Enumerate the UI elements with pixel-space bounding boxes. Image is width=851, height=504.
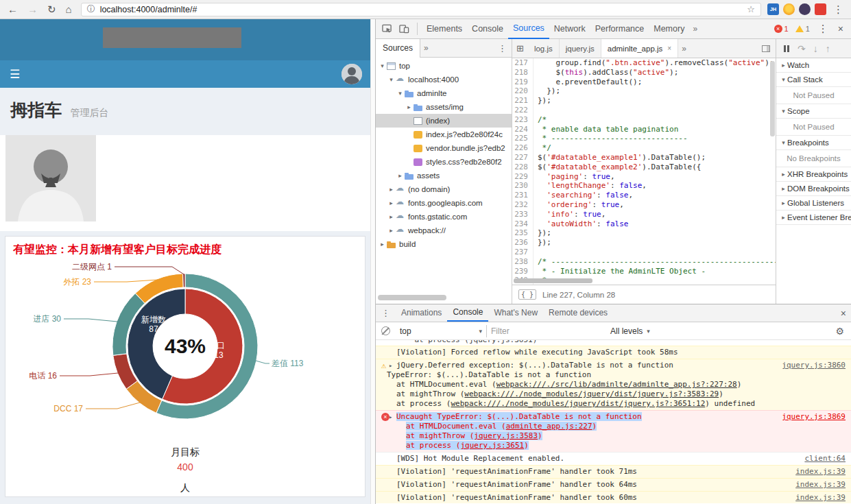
pretty-print-icon[interactable]: { } — [518, 289, 536, 300]
line-number[interactable]: 230 — [512, 181, 534, 191]
file-tab-adminlte-app-js[interactable]: adminlte_app.js× — [601, 39, 678, 58]
line-content[interactable]: * enable data table pagination — [538, 125, 776, 134]
tree-item-webpack[interactable]: ▸webpack:// — [376, 224, 512, 237]
tree-item-fonts-googleapis-com[interactable]: ▸fonts.googleapis.com — [376, 196, 512, 210]
line-content[interactable] — [538, 248, 776, 257]
console-close-icon[interactable]: × — [836, 308, 851, 319]
sidebar-section-xhr-breakpoints[interactable]: ▸XHR Breakpoints — [776, 167, 851, 182]
tab-memory[interactable]: Memory — [649, 19, 689, 39]
tree-item-index[interactable]: (index) — [376, 114, 512, 128]
line-content[interactable]: }); — [538, 228, 776, 238]
extension-orange-icon[interactable] — [783, 3, 795, 15]
tree-hscrollbar[interactable] — [378, 295, 446, 300]
bookmark-star-icon[interactable] — [747, 4, 755, 14]
expander-icon[interactable]: ▾ — [396, 90, 404, 97]
error-count-badge[interactable]: ×1 — [774, 25, 789, 33]
tree-item-no-domain[interactable]: ▸(no domain) — [376, 182, 512, 196]
line-number[interactable]: 221 — [512, 96, 534, 106]
line-content[interactable]: $('#datatable_example1').DataTable(); — [538, 153, 776, 163]
console-tab-animations[interactable]: Animations — [396, 304, 447, 322]
tab-sources-navigator[interactable]: Sources — [376, 39, 420, 58]
address-bar[interactable]: localhost:4000/adminlte/# — [81, 3, 761, 16]
tree-item-assets-img[interactable]: ▸assets/img — [376, 100, 512, 114]
source-location-link[interactable]: client:64 — [804, 454, 846, 464]
line-content[interactable]: 'info': true, — [538, 210, 776, 219]
tree-item-localhost-4000[interactable]: ▾localhost:4000 — [376, 73, 512, 86]
tree-item-fonts-gstatic-com[interactable]: ▸fonts.gstatic.com — [376, 210, 512, 224]
editor-vscrollbar[interactable] — [770, 61, 775, 136]
sidebar-section-event-listener-breakpoints[interactable]: ▸Event Listener Breakpoints — [776, 211, 851, 225]
line-content[interactable]: * ------------------------------ — [538, 134, 776, 143]
sidebar-section-dom-breakpoints[interactable]: ▸DOM Breakpoints — [776, 182, 851, 196]
expander-icon[interactable]: ▸ — [387, 200, 395, 206]
console-tab-console[interactable]: Console — [447, 304, 488, 322]
device-toolbar-icon[interactable] — [396, 24, 413, 34]
expander-icon[interactable]: ▸ — [379, 241, 386, 248]
pause-resume-icon[interactable] — [783, 43, 790, 55]
line-number[interactable]: 224 — [512, 125, 534, 134]
line-content[interactable]: 'autoWidth': false — [538, 219, 776, 229]
stack-link[interactable]: webpack:///./src/lib/adminlte/adminlte_a… — [496, 380, 737, 389]
step-over-icon[interactable] — [798, 43, 806, 54]
extension-jh-icon[interactable]: JH — [767, 3, 779, 15]
context-selector[interactable]: top — [400, 326, 482, 336]
line-number[interactable]: 225 — [512, 134, 534, 143]
line-number[interactable]: 228 — [512, 163, 534, 172]
line-content[interactable]: group.find(".btn.active").removeClass("a… — [538, 58, 776, 68]
step-out-icon[interactable] — [826, 43, 830, 54]
line-content[interactable]: e.preventDefault(); — [538, 77, 776, 87]
show-navigator-icon[interactable] — [512, 43, 528, 53]
close-tab-icon[interactable]: × — [667, 45, 671, 52]
line-number[interactable]: 238 — [512, 257, 534, 267]
sidebar-section-breakpoints[interactable]: ▾Breakpoints — [776, 136, 851, 150]
clear-console-icon[interactable] — [381, 326, 390, 335]
expander-icon[interactable]: ▸ — [387, 186, 395, 193]
line-number[interactable]: 233 — [512, 210, 534, 219]
line-number[interactable]: 219 — [512, 77, 534, 87]
line-number[interactable]: 223 — [512, 115, 534, 125]
more-file-tabs-icon[interactable] — [678, 44, 690, 53]
devtools-close-icon[interactable]: × — [833, 23, 848, 34]
source-location-link[interactable]: jquery.js:3869 — [782, 412, 846, 422]
expand-arrow-icon[interactable]: ▸ — [389, 361, 392, 370]
stack-link[interactable]: adminlte_app.js:227 — [506, 422, 592, 431]
expander-icon[interactable]: ▸ — [387, 213, 395, 220]
expander-icon[interactable]: ▸ — [396, 172, 404, 179]
tree-item-assets[interactable]: ▸assets — [376, 169, 512, 182]
sidebar-section-global-listeners[interactable]: ▸Global Listeners — [776, 196, 851, 211]
line-number[interactable]: 234 — [512, 219, 534, 229]
line-number[interactable]: 235 — [512, 228, 534, 238]
editor-hscrollbar[interactable] — [514, 278, 592, 283]
tree-item-build[interactable]: ▸build — [376, 237, 512, 251]
expander-icon[interactable]: ▾ — [379, 62, 386, 69]
sidebar-toggle-icon[interactable] — [0, 67, 20, 82]
source-location-link[interactable]: jquery.js:3860 — [782, 361, 846, 370]
stack-link[interactable]: jquery.js:3583 — [474, 431, 538, 440]
tree-item-styles-css-edb2e80f2[interactable]: styles.css?edb2e80f2 — [376, 155, 512, 169]
more-navigator-tabs-icon[interactable] — [420, 43, 432, 53]
log-level-selector[interactable]: All levels — [610, 326, 650, 336]
tree-item-adminlte[interactable]: ▾adminlte — [376, 86, 512, 100]
console-filter-input[interactable] — [491, 326, 601, 336]
page-info-icon[interactable] — [87, 3, 95, 15]
expander-icon[interactable]: ▸ — [405, 104, 413, 110]
sidebar-section-call-stack[interactable]: ▾Call Stack — [776, 73, 851, 87]
inspect-element-icon[interactable] — [379, 24, 396, 34]
home-icon[interactable] — [61, 3, 77, 15]
tree-item-top[interactable]: ▾top — [376, 59, 512, 73]
file-tab-log-js[interactable]: log.js — [528, 39, 560, 58]
console-settings-icon[interactable] — [835, 326, 846, 337]
line-content[interactable]: }); — [538, 96, 776, 106]
line-number[interactable]: 218 — [512, 68, 534, 77]
sidebar-section-scope[interactable]: ▾Scope — [776, 104, 851, 119]
file-tab-jquery-js[interactable]: jquery.js — [560, 39, 601, 58]
line-content[interactable]: 'searching': false, — [538, 191, 776, 200]
window-divider[interactable] — [370, 19, 375, 504]
expand-arrow-icon[interactable]: ▸ — [389, 412, 392, 422]
forward-icon[interactable] — [23, 3, 43, 15]
tab-sources[interactable]: Sources — [508, 19, 549, 39]
line-number[interactable]: 232 — [512, 200, 534, 210]
tab-performance[interactable]: Performance — [590, 19, 649, 39]
line-number[interactable]: 226 — [512, 143, 534, 153]
console-tab-what-s-new[interactable]: What's New — [488, 304, 543, 322]
